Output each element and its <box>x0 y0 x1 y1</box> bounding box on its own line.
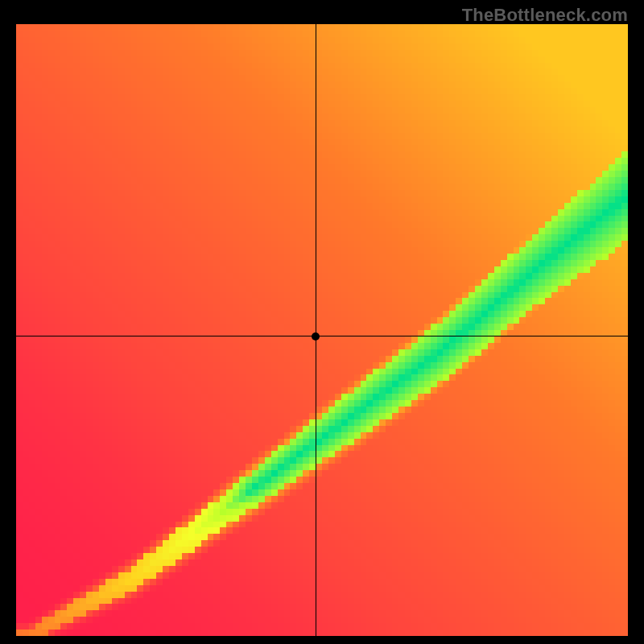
selection-marker <box>312 332 320 341</box>
crosshair-horizontal <box>16 336 628 337</box>
chart-frame: TheBottleneck.com <box>0 0 644 644</box>
heatmap-plot <box>16 24 628 636</box>
watermark-text: TheBottleneck.com <box>462 5 628 26</box>
heatmap-canvas <box>16 24 628 636</box>
crosshair-vertical <box>316 24 317 636</box>
